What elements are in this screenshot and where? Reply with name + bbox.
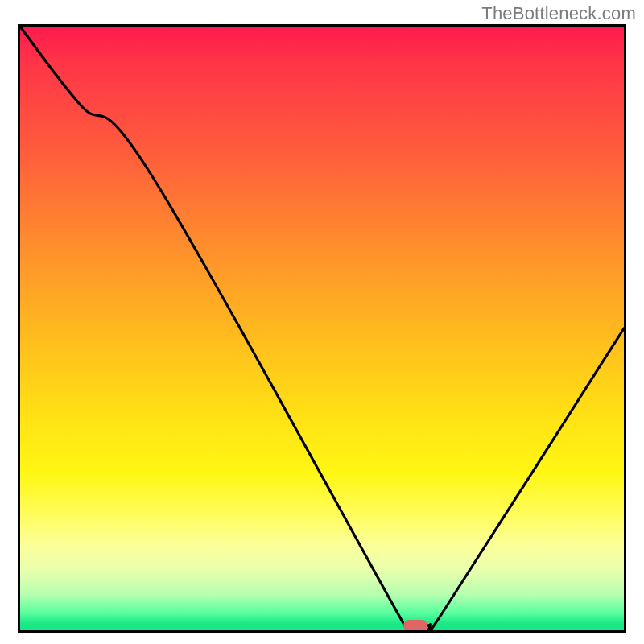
plot-frame (18, 24, 626, 633)
bottleneck-curve (20, 27, 624, 630)
watermark-text: TheBottleneck.com (481, 3, 636, 24)
curve-path (20, 27, 624, 630)
